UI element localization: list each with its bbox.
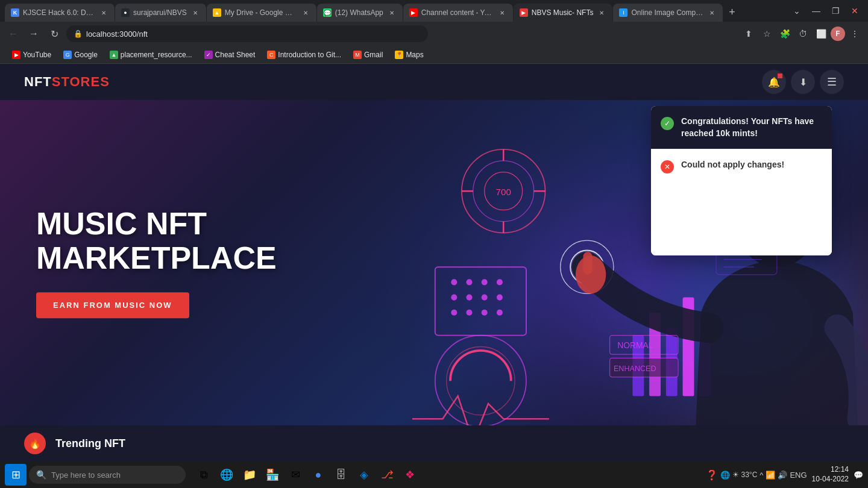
restore-button[interactable]: ❐ — [827, 2, 844, 19]
bookmark-label-git-intro: Introduction to Git... — [278, 51, 341, 59]
tab-close-drive[interactable]: ✕ — [301, 8, 310, 17]
tab-close-youtube-channel[interactable]: ✕ — [497, 8, 507, 17]
network-icon: 📶 — [766, 471, 775, 480]
hero-title: MUSIC NFT MARKETPLACE — [36, 207, 277, 275]
tab-close-nbvs[interactable]: ✕ — [597, 8, 606, 17]
hero-cta-button[interactable]: EARN FROM MUSIC NOW — [36, 293, 189, 319]
bookmark-google[interactable]: G Google — [58, 49, 102, 60]
tab-label-kjsce: KJSCE Hack 6.0: Dashi — [23, 8, 95, 17]
windows-start-button[interactable]: ⊞ — [5, 464, 27, 486]
taskbar-explorer[interactable]: 📁 — [239, 464, 260, 486]
taskbar-search-placeholder: Type here to search — [51, 471, 121, 480]
svg-point-19 — [466, 295, 472, 301]
history-button[interactable]: ⏱ — [794, 25, 811, 42]
taskbar-store[interactable]: 🏪 — [262, 464, 283, 486]
trending-icon: 🔥 — [24, 433, 46, 454]
taskbar-extra1[interactable]: ❖ — [399, 464, 421, 486]
tab-label-youtube-channel: Channel content - Yo... — [421, 8, 494, 17]
tab-whatsapp[interactable]: 💬 (12) WhatsApp ✕ — [317, 4, 403, 22]
nft-app: NFTSTORES 🔔 ⬇ ☰ — [0, 64, 868, 461]
task-view-icon: ⧉ — [200, 469, 208, 481]
notification-button[interactable]: 🔔 — [762, 70, 786, 94]
tab-youtube-channel[interactable]: ▶ Channel content - Yo... ✕ — [403, 4, 513, 22]
wifi-icon: 🌐 — [720, 471, 730, 480]
success-icon: ✓ — [661, 117, 674, 130]
tab-favicon-compress: I — [619, 8, 627, 17]
minimize-button[interactable]: — — [808, 2, 825, 19]
notification-tray-icon[interactable]: 💬 — [854, 471, 863, 480]
question-icon: ❓ — [706, 469, 718, 481]
tab-compress[interactable]: I Online Image Compr... ✕ — [613, 4, 723, 22]
taskbar-right: ❓ 🌐 ☀ 33°C ^ 📶 🔊 ENG 12:14 10-04-2022 💬 — [706, 465, 863, 484]
chrome-icon: ● — [315, 469, 322, 481]
tab-nbvs[interactable]: ▶ NBVS Music- NFTs ✕ — [514, 4, 613, 22]
chevron-up-icon[interactable]: ^ — [760, 471, 763, 480]
nft-navbar: NFTSTORES 🔔 ⬇ ☰ — [0, 64, 868, 100]
tab-close-compress[interactable]: ✕ — [707, 8, 717, 17]
bookmark-label-maps: Maps — [406, 51, 423, 59]
bookmark-favicon-git-intro: C — [267, 51, 275, 59]
tab-close-whatsapp[interactable]: ✕ — [387, 8, 397, 17]
bookmark-favicon-gmail: M — [353, 51, 362, 59]
taskbar-vscode[interactable]: ◈ — [353, 464, 375, 486]
git-icon: ⎇ — [381, 468, 394, 481]
windows-logo-icon: ⊞ — [11, 468, 20, 481]
notification-spacer — [651, 183, 832, 255]
bookmark-youtube[interactable]: ▶ YouTube — [7, 49, 56, 60]
taskbar-db[interactable]: 🗄 — [330, 464, 352, 486]
taskbar-edge[interactable]: 🌐 — [216, 464, 237, 486]
bookmark-maps[interactable]: 📍 Maps — [390, 49, 428, 60]
bookmark-placement[interactable]: ▲ placement_resource... — [105, 49, 197, 60]
forward-button[interactable]: → — [25, 25, 42, 42]
tab-close-kjsce[interactable]: ✕ — [99, 8, 108, 17]
bookmark-label-youtube: YouTube — [23, 51, 51, 59]
profile-avatar[interactable]: F — [831, 27, 845, 41]
taskbar-git[interactable]: ⎇ — [376, 464, 398, 486]
bookmark-git-intro[interactable]: C Introduction to Git... — [262, 49, 346, 60]
bookmark-button[interactable]: ☆ — [758, 25, 775, 42]
tab-github[interactable]: ● surajparui/NBVS ✕ — [115, 4, 206, 22]
bookmark-favicon-google: G — [63, 51, 72, 59]
clock-display: 12:14 10-04-2022 — [812, 465, 849, 484]
taskbar: ⊞ 🔍 Type here to search ⧉ 🌐 📁 🏪 ✉ — [0, 461, 868, 488]
tab-dropdown-button[interactable]: ⌄ — [788, 2, 805, 19]
db-icon: 🗄 — [336, 469, 347, 481]
svg-point-24 — [482, 310, 488, 316]
bookmark-favicon-cheatsheet: ✓ — [204, 51, 213, 59]
taskbar-task-view[interactable]: ⧉ — [193, 464, 215, 486]
tab-favicon-github: ● — [121, 8, 130, 17]
extensions-button[interactable]: 🧩 — [776, 25, 793, 42]
menu-button[interactable]: ☰ — [820, 70, 844, 94]
cast-button[interactable]: ⬜ — [813, 25, 829, 42]
tab-actions: ⌄ — ❐ ✕ — [788, 2, 863, 22]
tab-favicon-kjsce: K — [11, 8, 19, 17]
tab-favicon-drive: ▲ — [213, 8, 221, 17]
close-button[interactable]: ✕ — [846, 2, 863, 19]
bookmark-cheatsheet[interactable]: ✓ Cheat Sheet — [200, 49, 260, 60]
taskbar-mail[interactable]: ✉ — [285, 464, 306, 486]
taskbar-search-box[interactable]: 🔍 Type here to search — [29, 466, 186, 484]
taskbar-app-icons: ⧉ 🌐 📁 🏪 ✉ ● 🗄 ◈ ⎇ — [193, 464, 421, 486]
bookmark-favicon-maps: 📍 — [395, 51, 403, 59]
reload-button[interactable]: ↻ — [46, 25, 63, 42]
hero-title-line2: MARKETPLACE — [36, 241, 277, 276]
taskbar-chrome[interactable]: ● — [307, 464, 329, 486]
tab-drive[interactable]: ▲ My Drive - Google Dr... ✕ — [207, 4, 316, 22]
more-button[interactable]: ⋮ — [846, 25, 863, 42]
back-button[interactable]: ← — [5, 25, 22, 42]
notification-panel: ✓ Congratulations! Your NFTs have reache… — [651, 106, 832, 255]
tab-bar: K KJSCE Hack 6.0: Dashi ✕ ● surajparui/N… — [0, 0, 868, 22]
address-input-wrap[interactable]: 🔒 localhost:3000/nft — [66, 25, 428, 42]
address-icons: ⬆ ☆ 🧩 ⏱ ⬜ F ⋮ — [740, 25, 863, 42]
tab-close-github[interactable]: ✕ — [190, 8, 200, 17]
new-tab-button[interactable]: + — [723, 4, 740, 20]
error-icon: ✕ — [661, 160, 674, 174]
download-button[interactable]: ⬇ — [791, 70, 815, 94]
explorer-icon: 📁 — [243, 468, 256, 481]
date-display: 10-04-2022 — [812, 475, 849, 484]
sun-icon: ☀ — [732, 471, 739, 479]
tab-kjsce[interactable]: K KJSCE Hack 6.0: Dashi ✕ — [5, 4, 115, 22]
bookmark-gmail[interactable]: M Gmail — [348, 49, 388, 60]
share-button[interactable]: ⬆ — [740, 25, 757, 42]
vscode-icon: ◈ — [360, 468, 368, 481]
